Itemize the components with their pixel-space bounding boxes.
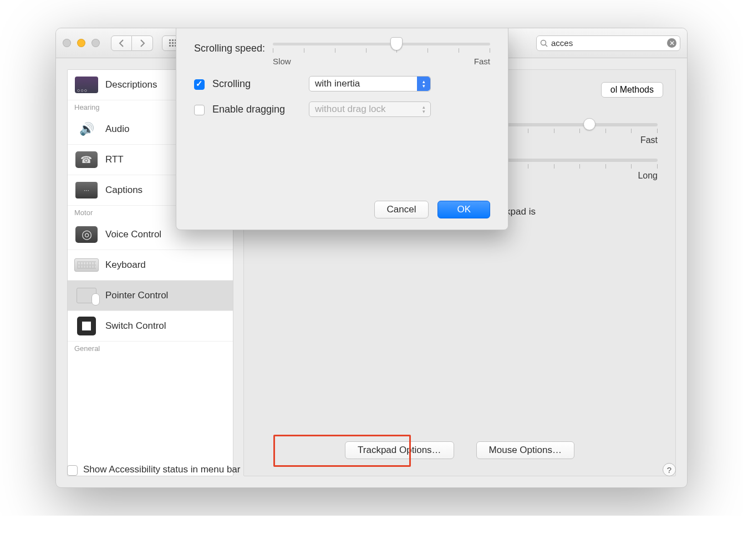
sidebar-item-label: Pointer Control [105,290,168,301]
sidebar-item-keyboard[interactable]: Keyboard [68,250,233,281]
clear-search-button[interactable]: ✕ [667,38,676,48]
captions-icon: ··· [75,182,98,198]
select-value: with inertia [315,78,360,89]
help-button[interactable]: ? [663,463,676,476]
rtt-icon [75,151,98,168]
descriptions-icon [75,77,98,93]
zoom-icon[interactable] [91,39,100,47]
slider-thumb[interactable] [583,118,596,130]
chevron-updown-icon [417,77,430,91]
voice-control-icon: ◎ [75,226,98,243]
scrolling-speed-label: Scrolling speed: [194,43,265,54]
sidebar-item-label: Captions [105,185,143,196]
svg-line-1 [546,44,548,47]
search-field[interactable]: ✕ [536,35,680,51]
sidebar-item-switch-control[interactable]: Switch Control [68,311,233,342]
trackpad-options-button[interactable]: Trackpad Options… [345,441,454,459]
sidebar-item-label: Audio [105,124,129,135]
back-button[interactable] [111,35,132,51]
search-input[interactable] [551,38,664,48]
scrolling-checkbox[interactable] [194,79,205,90]
footer: Show Accessibility status in menu bar ? [67,463,676,476]
trackpad-options-sheet: Scrolling speed: Slow Fast Scrolling wit… [176,28,508,230]
sidebar-section-general: General [68,342,233,355]
minimize-icon[interactable] [77,39,85,47]
enable-dragging-label: Enable dragging [212,104,301,115]
keyboard-icon [74,258,99,272]
close-icon[interactable] [63,39,71,47]
slow-label: Slow [273,57,291,66]
slider-thumb[interactable] [390,37,403,50]
svg-point-0 [541,40,546,45]
scrolling-label: Scrolling [212,78,301,90]
show-status-checkbox[interactable] [67,465,78,476]
trackpad-icon [77,288,96,303]
search-icon [540,39,548,47]
forward-button[interactable] [132,35,153,51]
scrolling-mode-select[interactable]: with inertia [309,76,431,91]
ok-button[interactable]: OK [437,201,490,218]
fast-label: Fast [474,57,490,66]
chevron-updown-icon [417,102,430,116]
select-value: without drag lock [315,104,386,115]
sidebar-item-label: RTT [105,154,124,165]
cancel-button[interactable]: Cancel [374,201,429,218]
sidebar-item-pointer-control[interactable]: Pointer Control [68,281,233,311]
dragging-mode-select: without drag lock [309,101,431,117]
sidebar-item-label: Descriptions [105,79,157,90]
window-controls [63,39,100,47]
sidebar-item-label: Voice Control [105,229,161,240]
mouse-options-button[interactable]: Mouse Options… [476,441,574,459]
sidebar-item-label: Keyboard [105,259,146,271]
preferences-window: Accessibility ✕ Descriptions Hearing 🔊 A… [55,28,688,488]
nav-buttons [111,35,153,51]
switch-control-icon [77,317,96,335]
scrolling-speed-slider[interactable] [273,43,490,45]
enable-dragging-checkbox[interactable] [194,105,205,115]
sidebar-item-label: Switch Control [105,320,166,332]
show-status-label: Show Accessibility status in menu bar [83,464,240,475]
speaker-icon: 🔊 [74,119,99,140]
tab-control-methods[interactable]: ol Methods [601,82,663,98]
